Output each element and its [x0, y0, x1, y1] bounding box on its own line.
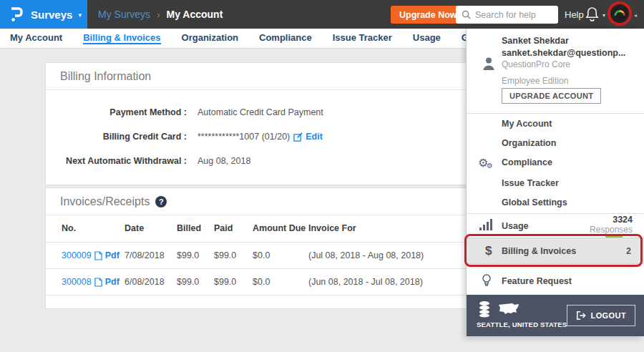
pdf-link[interactable]: Pdf [105, 250, 119, 260]
edit-link-label: Edit [306, 132, 323, 142]
invoice-paid: $99.0 [214, 243, 253, 269]
logout-button[interactable]: LOGOUT [567, 305, 635, 326]
avatar-annotation-ring [608, 1, 632, 26]
help-link[interactable]: Help [565, 9, 584, 20]
menu-item-organization[interactable]: Organization [502, 138, 556, 148]
user-menu-footer: SEATTLE, UNITED STATES LOGOUT [467, 295, 644, 336]
user-email: sanket.shekdar@questionp... [502, 48, 625, 58]
logout-icon [576, 311, 586, 321]
help-search-box[interactable] [456, 6, 558, 24]
usage-count: 3324 [613, 215, 633, 225]
usage-bar-chart-icon [479, 219, 492, 230]
invoice-number-link[interactable]: 300008 Pdf [62, 277, 119, 287]
invoice-billed: $99.0 [177, 269, 214, 295]
col-header-billed: Billed [177, 215, 214, 243]
upgrade-now-button[interactable]: Upgrade Now [391, 6, 466, 24]
invoice-number-link[interactable]: 300009 Pdf [62, 250, 119, 260]
top-navbar: Surveys ▾ My Surveys › My Account Upgrad… [0, 0, 644, 29]
menu-item-global-settings[interactable]: Global Settings [502, 197, 567, 207]
pdf-file-icon [94, 251, 102, 260]
notifications-bell-icon[interactable] [585, 6, 599, 24]
search-icon [462, 10, 471, 19]
payment-method-value: Automatic Credit Card Payment [197, 107, 323, 117]
menu-item-billing-invoices[interactable]: $ Billing & Invoices 2 [467, 238, 644, 264]
payment-method-label: Payment Method : [46, 107, 187, 117]
invoice-amount-due: $0.0 [253, 269, 308, 295]
divider [467, 113, 644, 114]
billing-credit-card-label: Billing Credit Card : [46, 132, 187, 142]
menu-item-issue-tracker[interactable]: Issue Tracker [502, 178, 559, 188]
menu-item-my-account[interactable]: My Account [502, 119, 552, 129]
tab-organization[interactable]: Organization [182, 32, 238, 44]
breadcrumb-separator: › [157, 9, 160, 20]
col-header-date: Date [125, 215, 177, 243]
user-product: QuestionPro Core [502, 59, 570, 69]
tab-issue-tracker[interactable]: Issue Tracker [333, 32, 392, 44]
breadcrumb: My Surveys › My Account [98, 0, 223, 29]
product-label: Surveys [31, 9, 72, 21]
edit-credit-card-link[interactable]: Edit [293, 132, 323, 142]
pdf-file-icon [94, 278, 102, 287]
surveys-product-switcher[interactable]: Surveys ▾ [0, 0, 87, 29]
menu-item-usage[interactable]: Usage [502, 221, 529, 231]
tab-billing-invoices[interactable]: Billing & Invoices [83, 32, 160, 44]
avatar-caret-icon: ◂ [634, 12, 637, 19]
invoice-billed: $99.0 [177, 243, 214, 269]
invoice-date: 6/08/2018 [125, 269, 177, 295]
invoice-amount-due: $0.0 [253, 243, 308, 269]
tab-usage[interactable]: Usage [413, 32, 441, 44]
user-edition: Employee Edition [502, 76, 568, 86]
invoice-date: 7/08/2018 [125, 243, 177, 269]
breadcrumb-my-surveys[interactable]: My Surveys [98, 9, 150, 20]
tab-my-account[interactable]: My Account [10, 32, 62, 44]
tab-compliance[interactable]: Compliance [259, 32, 312, 44]
col-header-paid: Paid [214, 215, 253, 243]
billing-badge-count: 2 [626, 246, 631, 256]
account-location: SEATTLE, UNITED STATES [477, 321, 567, 328]
bell-caret-icon[interactable]: ▾ [602, 12, 605, 19]
gears-icon: ⚙⚙ [478, 156, 488, 170]
user-dropdown-menu: Sanket Shekdar sanket.shekdar@questionp.… [466, 29, 644, 336]
col-header-no: No. [46, 215, 125, 243]
next-withdrawal-label: Next Automatic Withdrawal : [46, 156, 187, 166]
edit-pencil-icon [293, 132, 303, 142]
invoice-paid: $99.0 [214, 269, 253, 295]
billing-credit-card-value: ************1007 (01/20) [197, 132, 290, 142]
avatar[interactable] [610, 4, 629, 23]
usage-unit: Responses [590, 225, 633, 235]
invoices-receipts-title: Invoices/Receipts [60, 195, 150, 208]
database-icon [477, 300, 492, 318]
menu-item-feature-request[interactable]: Feature Request [502, 276, 572, 286]
user-person-icon [481, 56, 497, 72]
chevron-down-icon: ▾ [78, 11, 82, 19]
upgrade-account-button[interactable]: UPGRADE ACCOUNT [502, 88, 601, 104]
next-withdrawal-value: Aug 08, 2018 [197, 156, 250, 166]
pdf-link[interactable]: Pdf [105, 277, 119, 287]
user-name: Sanket Shekdar [502, 36, 569, 46]
breadcrumb-current: My Account [166, 9, 223, 20]
dollar-icon: $ [485, 244, 492, 258]
divider [467, 213, 644, 214]
menu-item-compliance[interactable]: Compliance [502, 157, 552, 167]
col-header-amount-due: Amount Due [253, 215, 308, 243]
lightbulb-icon [482, 274, 492, 288]
billing-information-title: Billing Information [60, 70, 151, 83]
search-input[interactable] [475, 10, 552, 20]
questionpro-logo-icon [9, 6, 24, 23]
help-question-icon[interactable]: ? [155, 196, 167, 207]
usa-map-icon [498, 303, 519, 316]
